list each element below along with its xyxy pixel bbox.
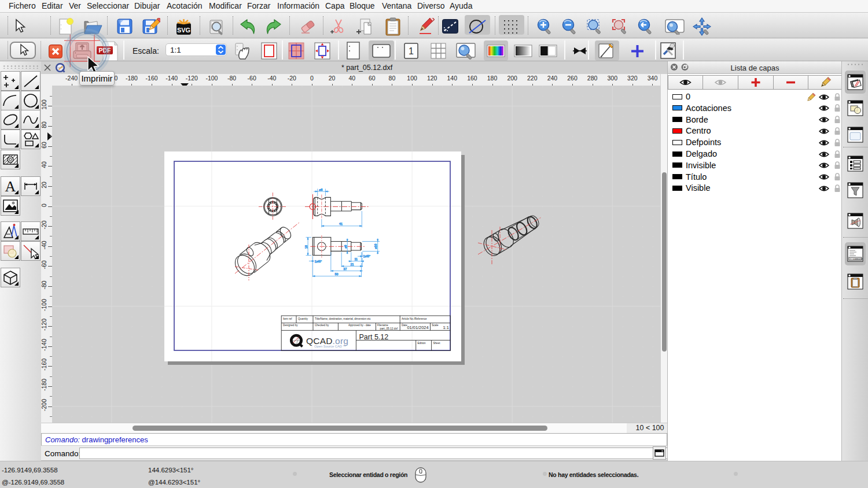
- svg-text:PDF: PDF: [99, 47, 112, 54]
- svg-text:Checked by: Checked by: [315, 324, 329, 327]
- svg-text:50: 50: [335, 272, 339, 276]
- svg-text:01/01/2024: 01/01/2024: [407, 325, 429, 330]
- svg-text:1: 1: [409, 46, 414, 56]
- svg-text:Part 5.12: Part 5.12: [359, 333, 389, 341]
- svg-text:Sheet: Sheet: [433, 342, 441, 345]
- svg-text:Article No./Reference: Article No./Reference: [402, 317, 427, 320]
- svg-text:Open Source CAD ™: Open Source CAD ™: [314, 345, 346, 348]
- svg-text:Designed by: Designed by: [283, 324, 298, 327]
- svg-text:⌀9: ⌀9: [344, 245, 347, 248]
- svg-text:part_05.12.dxf: part_05.12.dxf: [380, 327, 398, 330]
- svg-text:Scale: Scale: [432, 324, 439, 327]
- svg-text:11: 11: [355, 257, 358, 261]
- svg-text:Title/Name, destination, mater: Title/Name, destination, material, dimen…: [315, 317, 371, 320]
- svg-text:Approved by - date: Approved by - date: [348, 324, 371, 327]
- svg-text:< command: < command: [850, 258, 863, 260]
- svg-text:Filename: Filename: [377, 324, 388, 327]
- svg-text:41: 41: [339, 222, 343, 225]
- svg-text:⌀10: ⌀10: [374, 243, 377, 249]
- svg-text:Edition: Edition: [418, 342, 426, 345]
- svg-text:21: 21: [351, 263, 354, 266]
- svg-text:Quantity: Quantity: [298, 317, 308, 320]
- svg-text:⌀8: ⌀8: [319, 188, 322, 191]
- svg-text:SVG: SVG: [177, 27, 190, 34]
- svg-text:1:1: 1:1: [443, 325, 449, 330]
- svg-text:Item ref: Item ref: [283, 317, 292, 320]
- svg-text:37: 37: [344, 267, 347, 271]
- svg-text:1x45°: 1x45°: [315, 260, 322, 263]
- svg-text:1x45°: 1x45°: [363, 255, 370, 258]
- svg-text:18: 18: [304, 245, 308, 249]
